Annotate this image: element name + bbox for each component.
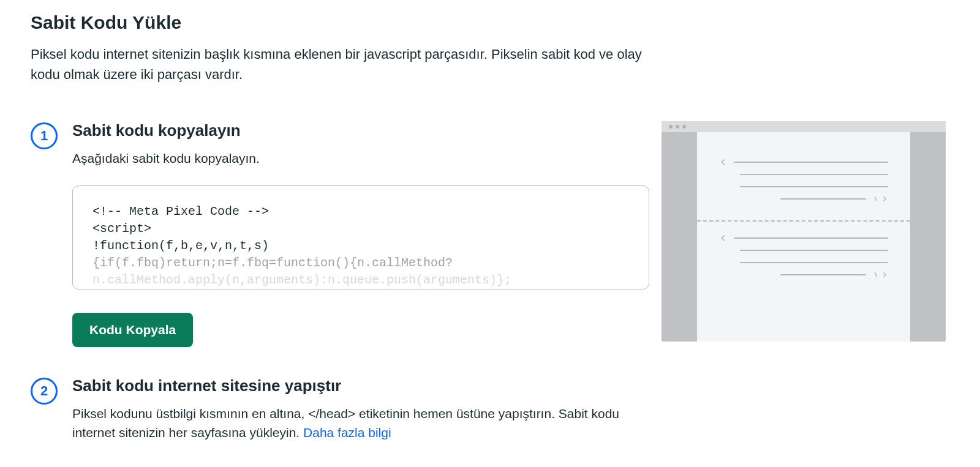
copy-code-button[interactable]: Kodu Kopyala — [72, 313, 193, 347]
step-2-subtitle: Piksel kodunu üstbilgi kısmının en altın… — [72, 404, 649, 443]
angle-left-icon — [719, 234, 728, 242]
close-tag-icon — [872, 195, 888, 203]
window-dot-icon — [669, 125, 673, 129]
page-title: Sabit Kodu Yükle — [31, 12, 949, 33]
step-2: 2 Sabit kodu internet sitesine yapıştır … — [31, 376, 649, 460]
step-2-body: Sabit kodu internet sitesine yapıştır Pi… — [72, 376, 649, 460]
step-2-title: Sabit kodu internet sitesine yapıştır — [72, 376, 649, 395]
page-description: Piksel kodu internet sitenizin başlık kı… — [31, 44, 655, 84]
content-row: 1 Sabit kodu kopyalayın Aşağıdaki sabit … — [31, 121, 949, 467]
code-line: n.callMethod.apply(n,arguments):n.queue.… — [92, 272, 629, 289]
code-line: !function(f,b,e,v,n,t,s) — [92, 237, 629, 255]
svg-line-1 — [875, 272, 877, 277]
illustration-divider — [697, 220, 910, 222]
code-line: <script> — [92, 220, 629, 237]
window-dot-icon — [676, 125, 679, 129]
code-line: <!-- Meta Pixel Code --> — [92, 203, 629, 220]
code-block[interactable]: <!-- Meta Pixel Code --><script>!functio… — [72, 185, 649, 290]
code-line: {if(f.fbq)return;n=f.fbq=function(){n.ca… — [92, 255, 629, 272]
svg-line-0 — [875, 196, 877, 201]
right-column — [662, 121, 949, 342]
step-1-subtitle: Aşağıdaki sabit kodu kopyalayın. — [72, 149, 649, 168]
illustration-topbar — [662, 121, 946, 132]
illustration-lower-block — [719, 235, 888, 278]
left-column: 1 Sabit kodu kopyalayın Aşağıdaki sabit … — [31, 121, 649, 467]
window-dot-icon — [682, 125, 686, 129]
close-tag-icon — [872, 271, 888, 278]
code-placement-illustration — [662, 121, 946, 342]
step-badge-1: 1 — [31, 122, 58, 149]
step-badge-2: 2 — [31, 378, 58, 405]
step-1-body: Sabit kodu kopyalayın Aşağıdaki sabit ko… — [72, 121, 649, 347]
illustration-body — [697, 132, 910, 342]
illustration-upper-block — [719, 159, 888, 202]
angle-left-icon — [719, 158, 728, 166]
step-1: 1 Sabit kodu kopyalayın Aşağıdaki sabit … — [31, 121, 649, 347]
learn-more-link[interactable]: Daha fazla bilgi — [303, 425, 391, 439]
step-1-title: Sabit kodu kopyalayın — [72, 121, 649, 140]
